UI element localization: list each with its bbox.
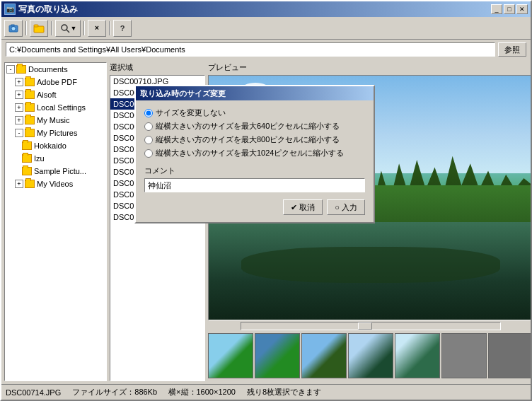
svg-point-5	[62, 25, 67, 30]
browse-button[interactable]: 参照	[498, 42, 526, 57]
folder-icon	[33, 23, 45, 34]
tree-label-aisoft: Aisoft	[37, 91, 57, 99]
folder-icon-izu	[22, 154, 32, 163]
dialog-body: サイズを変更しない 縦横大きい方のサイズを最大640ピクセルに縮小する 縦横大き…	[136, 100, 374, 222]
svg-point-1	[11, 26, 16, 30]
radio-640[interactable]	[144, 122, 153, 131]
radio-item-1[interactable]: 縦横大きい方のサイズを最大640ピクセルに縮小する	[144, 121, 365, 132]
status-filename: DSC00714.JPG	[6, 388, 61, 397]
thumbnail-1[interactable]	[208, 333, 253, 378]
thumbnail-6[interactable]	[441, 333, 487, 378]
thumbnail-4[interactable]	[348, 333, 393, 378]
status-remaining: 残り8枚選択できます	[247, 387, 321, 397]
comment-section: コメント	[144, 165, 365, 192]
tree-label-my-pictures: My Pictures	[37, 129, 77, 137]
cancel-button[interactable]: ✔ 取消	[283, 199, 323, 215]
search-icon	[59, 23, 71, 34]
comment-label: コメント	[144, 165, 365, 176]
tree-expand-adobe[interactable]: +	[15, 78, 23, 86]
tree-item-local-settings[interactable]: + Local Settings	[5, 101, 106, 114]
path-input[interactable]	[6, 42, 495, 57]
close-button[interactable]: ✕	[516, 4, 528, 14]
tree-item-documents[interactable]: - Documents	[5, 63, 106, 76]
folder-icon-adobe	[25, 78, 35, 86]
tree-expand-documents[interactable]: -	[6, 65, 15, 74]
tree-label-hokkaido: Hokkaido	[34, 141, 66, 150]
folder-icon-my-music	[25, 116, 35, 124]
window-controls: _ □ ✕	[491, 4, 528, 14]
search-button[interactable]: ▼	[55, 20, 81, 37]
preview-label: プレビュー	[208, 62, 531, 73]
radio-group: サイズを変更しない 縦横大きい方のサイズを最大640ピクセルに縮小する 縦横大き…	[144, 107, 365, 158]
tree-item-my-videos[interactable]: + My Videos	[5, 178, 106, 190]
ok-label: 入力	[342, 202, 357, 213]
toolbar-separator-1	[25, 21, 27, 35]
tree-item-my-pictures[interactable]: - My Pictures	[5, 127, 106, 139]
ok-icon: ○	[335, 203, 340, 211]
folder-icon-documents	[16, 65, 26, 74]
radio-1024[interactable]	[144, 149, 153, 158]
tree-item-sample[interactable]: Sample Pictu...	[5, 165, 106, 178]
tree-expand-aisoft[interactable]: +	[15, 91, 23, 99]
tree-item-my-music[interactable]: + My Music	[5, 114, 106, 127]
folder-icon-local-settings	[25, 103, 35, 112]
thumbnail-7[interactable]	[488, 333, 531, 378]
folder-icon-aisoft	[25, 91, 35, 99]
ok-button[interactable]: ○ 入力	[327, 199, 365, 215]
status-dimensions: 横×縦：1600×1200	[168, 387, 236, 397]
selection-label: 選択域	[110, 62, 205, 73]
tree-expand-my-music[interactable]: +	[15, 116, 23, 124]
thumbnail-5[interactable]	[395, 333, 440, 378]
status-bar: DSC00714.JPG ファイルサイズ：886Kb 横×縦：1600×1200…	[1, 384, 531, 400]
folder-button[interactable]	[30, 20, 48, 37]
preview-scrollbar-area	[208, 320, 531, 332]
radio-label-1: 縦横大きい方のサイズを最大640ピクセルに縮小する	[156, 121, 340, 132]
radio-label-3: 縦横大きい方のサイズを最大1024ピクセルに縮小する	[156, 148, 344, 158]
svg-rect-4	[34, 25, 38, 27]
close-x-button[interactable]: ×	[88, 20, 106, 37]
status-filesize: ファイルサイズ：886Kb	[72, 387, 157, 397]
folder-icon-my-videos	[25, 180, 35, 188]
radio-item-0[interactable]: サイズを変更しない	[144, 107, 365, 118]
window-title: 写真の取り込み	[18, 4, 491, 16]
help-button[interactable]: ?	[113, 20, 132, 37]
tree-label-my-music: My Music	[37, 116, 69, 124]
tree-expand-local-settings[interactable]: +	[15, 103, 23, 112]
radio-800[interactable]	[144, 136, 153, 144]
scrollbar-thumb[interactable]	[358, 322, 372, 330]
tree-label-adobe: Adobe PDF	[37, 78, 77, 86]
title-bar: 📷 写真の取り込み _ □ ✕	[1, 1, 531, 17]
tree-expand-my-videos[interactable]: +	[15, 180, 23, 188]
comment-input[interactable]	[144, 178, 365, 192]
radio-label-0: サイズを変更しない	[156, 107, 226, 118]
radio-item-3[interactable]: 縦横大きい方のサイズを最大1024ピクセルに縮小する	[144, 148, 365, 158]
toolbar-separator-2	[51, 21, 52, 35]
thumbnail-3[interactable]	[301, 333, 347, 378]
tree-label-izu: Izu	[34, 154, 45, 163]
tree-expand-my-pictures[interactable]: -	[15, 129, 23, 137]
radio-label-2: 縦横大きい方のサイズを最大800ピクセルに縮小する	[156, 134, 340, 145]
svg-line-6	[66, 30, 69, 33]
toolbar-separator-4	[109, 21, 110, 35]
radio-no-change[interactable]	[144, 109, 153, 117]
toolbar: ▼ × ?	[1, 17, 531, 40]
radio-item-2[interactable]: 縦横大きい方のサイズを最大800ピクセルに縮小する	[144, 134, 365, 145]
preview-scrollbar[interactable]	[241, 322, 501, 330]
back-button[interactable]	[4, 20, 23, 37]
resize-dialog: 取り込み時のサイズ変更 サイズを変更しない 縦横大きい方のサイズを最大640ピク…	[134, 85, 375, 223]
maximize-button[interactable]: □	[504, 4, 515, 14]
preview-vegetation	[241, 247, 500, 284]
tree-item-izu[interactable]: Izu	[5, 152, 106, 165]
toolbar-separator-3	[83, 21, 85, 35]
tree-item-aisoft[interactable]: + Aisoft	[5, 88, 106, 101]
tree-item-hokkaido[interactable]: Hokkaido	[5, 139, 106, 152]
camera-icon	[8, 23, 19, 34]
main-window: 📷 写真の取り込み _ □ ✕	[0, 0, 532, 401]
thumbnail-2[interactable]	[255, 333, 300, 378]
minimize-button[interactable]: _	[491, 4, 502, 14]
tree-label-sample: Sample Pictu...	[34, 167, 86, 175]
tree-label-local-settings: Local Settings	[37, 103, 86, 112]
tree-item-adobe[interactable]: + Adobe PDF	[5, 76, 106, 88]
dialog-buttons: ✔ 取消 ○ 入力	[144, 199, 365, 215]
folder-tree[interactable]: - Documents + Adobe PDF + Aisoft +	[4, 62, 107, 381]
